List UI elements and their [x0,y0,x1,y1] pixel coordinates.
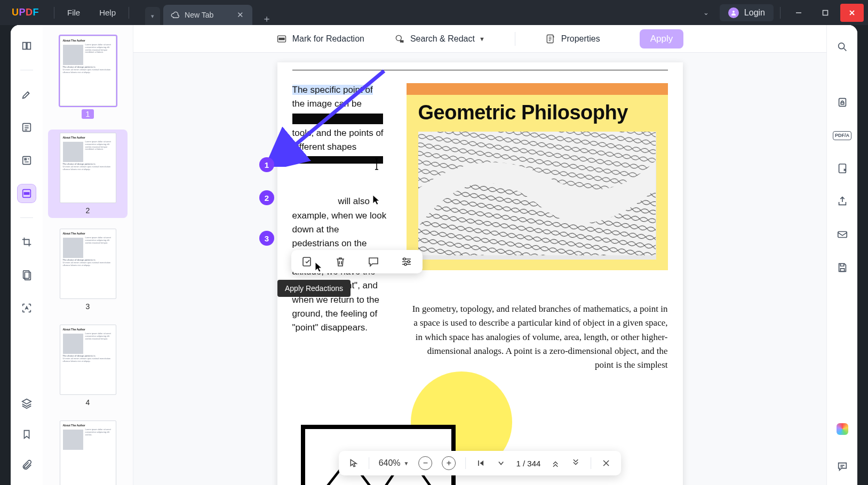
body-text: tools, and the points of different shape… [292,128,384,152]
protect-button[interactable] [833,93,851,111]
ocr-tool[interactable] [18,299,36,317]
annotation-badge-1: 1 [259,157,274,172]
window-minimize-button[interactable] [787,4,810,22]
pdfa-button[interactable]: PDF/A [833,126,851,144]
thumbnail-page-1[interactable]: About The Author Lorem ipsum dolor sit a… [48,33,128,122]
save-button[interactable] [833,258,851,277]
thumbnail-panel[interactable]: About The Author Lorem ipsum dolor sit a… [43,25,133,485]
redaction-mark[interactable] [292,114,383,124]
page-rule [292,70,668,70]
svg-point-10 [396,35,401,41]
zoom-out-button[interactable]: − [418,456,432,470]
svg-rect-5 [24,192,29,195]
tab-add-button[interactable]: ＋ [256,12,278,25]
svg-point-0 [732,11,735,13]
search-redact-button[interactable]: Search & Redact ▼ [394,34,485,44]
bookmark-button[interactable] [18,425,36,443]
thumbnail-page-5[interactable]: About The Author Lorem ipsum dolor sit a… [48,417,128,485]
layers-button[interactable] [18,394,36,413]
thumbnail-number: 4 [86,398,90,407]
reader-tool[interactable] [18,37,36,55]
chevron-down-icon[interactable]: ⌄ [696,9,716,17]
attachment-button[interactable] [18,456,36,474]
body-text: the image can be [292,99,362,109]
apply-button[interactable]: Apply [640,29,684,48]
selected-text[interactable]: The specific point of [292,85,373,95]
mark-for-redaction-button[interactable]: Mark for Redaction [276,34,364,44]
separator [465,457,466,469]
next-page-button[interactable] [496,458,506,468]
properties-label: Properties [561,34,600,44]
separator [54,7,54,19]
apply-redactions-button[interactable] [301,255,314,268]
close-bar-button[interactable] [601,458,611,468]
email-button[interactable] [833,225,851,244]
chat-button[interactable] [833,457,851,475]
workspace: About The Author Lorem ipsum dolor sit a… [11,25,857,485]
login-button[interactable]: Login [720,4,774,21]
page-indicator[interactable]: 1 / 344 [516,459,540,468]
organize-tool[interactable] [18,266,36,284]
right-tool-rail: PDF/A [826,25,857,485]
menu-file[interactable]: File [58,8,90,17]
title-bar: UPDF File Help ▾ New Tab ✕ ＋ ⌄ Login [0,0,868,25]
svg-rect-22 [839,164,846,173]
chevron-down-icon: ▼ [404,460,409,466]
separator [129,7,129,19]
thumbnail-number: 1 [82,109,94,119]
separator [780,7,781,19]
search-button[interactable] [833,38,851,56]
redaction-mark[interactable] [292,156,383,164]
first-page-button[interactable] [475,458,486,468]
form-tool[interactable] [18,151,36,169]
settings-button[interactable] [400,255,413,268]
tooltip: Apply Redactions [277,280,351,297]
left-text-column: The specific point of the image can be t… [292,83,388,373]
zoom-dropdown[interactable]: 640% ▼ [379,458,409,468]
document-area: Mark for Redaction Search & Redact ▼ Pro… [133,25,826,485]
page-up-button[interactable] [550,458,561,468]
document-viewport[interactable]: The specific point of the image can be t… [133,53,826,485]
thumbnail-page-2[interactable]: About The Author Lorem ipsum dolor sit a… [48,130,128,218]
cloud-icon [171,11,179,19]
redaction-context-toolbar [291,250,423,273]
chevron-down-icon: ▼ [479,36,485,42]
thumbnail-number: 2 [86,206,90,215]
page-down-button[interactable] [570,458,581,468]
redact-toolbar: Mark for Redaction Search & Redact ▼ Pro… [133,25,826,53]
app-logo: UPDF [0,7,51,18]
tab-new[interactable]: New Tab ✕ [163,5,252,25]
window-maximize-button[interactable] [814,4,837,22]
svg-rect-23 [838,232,847,238]
ai-assistant-button[interactable] [837,423,848,435]
comment-button[interactable] [367,255,380,268]
delete-button[interactable] [334,255,347,268]
svg-point-18 [408,261,410,263]
annotation-badge-2: 2 [259,190,274,205]
svg-point-20 [838,43,844,49]
thumbnail-page-4[interactable]: About The Author Lorem ipsum dolor sit a… [48,321,128,410]
highlight-tool[interactable] [18,85,36,103]
separator [369,457,369,469]
svg-rect-9 [279,38,284,39]
tabs-area: ▾ New Tab ✕ ＋ [145,0,278,25]
divider [20,217,33,218]
crop-tool[interactable] [18,233,36,251]
thumbnail-number: 3 [86,302,90,311]
redact-tool[interactable] [18,184,36,203]
export-button[interactable] [833,159,851,177]
hero-card: Geometric Philosophy [407,83,668,270]
window-close-button[interactable] [840,4,864,22]
properties-button[interactable]: Properties [545,34,600,44]
edit-text-tool[interactable] [18,118,36,136]
menu-help[interactable]: Help [90,8,125,17]
tab-close-icon[interactable]: ✕ [237,10,244,20]
share-button[interactable] [833,192,851,211]
tab-stub[interactable]: ▾ [145,7,160,25]
select-mode-button[interactable] [348,458,359,468]
zoom-in-button[interactable]: + [442,456,456,470]
search-label: Search & Redact [410,34,475,44]
login-label: Login [744,8,765,18]
thumbnail-page-3[interactable]: About The Author Lorem ipsum dolor sit a… [48,225,128,314]
left-tool-rail [11,25,43,485]
